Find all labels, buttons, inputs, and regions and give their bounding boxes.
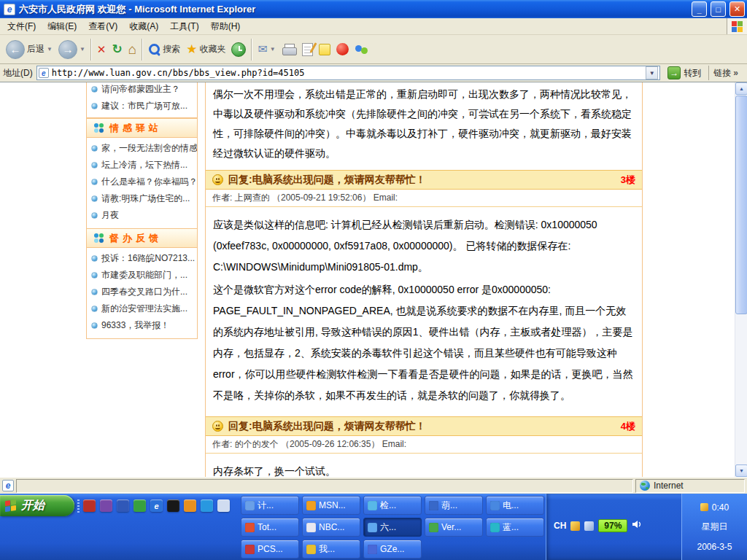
toolbar-separator	[142, 39, 143, 61]
menu-tools[interactable]: 工具(T)	[164, 19, 204, 34]
go-button[interactable]: → 转到	[664, 66, 705, 80]
quick-launch-icon[interactable]	[201, 499, 213, 512]
sidebar-topic-link[interactable]: 四季春交叉路口为什...	[87, 284, 197, 300]
sidebar-topic-link[interactable]: 投诉：16路皖NO7213...	[87, 250, 197, 267]
taskbar-window-button[interactable]: 葫...	[425, 496, 483, 515]
refresh-button[interactable]: ↻	[109, 42, 125, 57]
topic-link-label: 建议：市民广场可放...	[101, 100, 187, 112]
ime-indicator[interactable]: CH	[554, 521, 566, 531]
qq-button[interactable]	[333, 42, 352, 57]
quick-launch-icon[interactable]	[184, 499, 196, 512]
search-button[interactable]: 搜索	[145, 42, 183, 57]
sidebar-topic-link[interactable]: 新的治安管理法实施...	[87, 300, 197, 317]
sidebar-topic-link[interactable]: 月夜	[87, 207, 197, 224]
topic-link-label: 家，一段无法割舍的情感	[101, 142, 197, 155]
print-button[interactable]	[279, 42, 299, 57]
quick-launch-icon[interactable]	[100, 499, 112, 512]
taskbar-window-button[interactable]: GZe...	[363, 540, 422, 559]
back-icon: ←	[6, 40, 25, 59]
back-button[interactable]: ← 后退 ▼	[3, 39, 55, 61]
notes-button[interactable]	[316, 42, 333, 57]
vertical-scrollbar[interactable]: ▲ ▼	[735, 82, 747, 477]
taskbar-window-button[interactable]: 检...	[363, 496, 422, 515]
messenger-button[interactable]	[352, 42, 371, 57]
taskbar-window-button[interactable]: Ver...	[425, 518, 483, 537]
ie-window: e 六安市人民政府网 欢迎您 - Microsoft Internet Expl…	[0, 0, 747, 560]
taskbar-window-button[interactable]: PCS...	[241, 540, 299, 559]
power-icon[interactable]	[700, 503, 708, 511]
bullet-icon	[91, 255, 98, 262]
app-icon	[245, 501, 255, 510]
favorites-button[interactable]: ★ 收藏夹	[183, 42, 228, 57]
sidebar-topic-link[interactable]: 96333，我举报！	[87, 317, 197, 334]
quick-launch-icon[interactable]	[133, 499, 146, 512]
mail-icon: ✉	[258, 44, 267, 55]
close-button[interactable]: ✕	[729, 1, 745, 17]
ie-quick-launch-icon[interactable]: e	[150, 499, 163, 512]
menu-favorites[interactable]: 收藏(A)	[123, 19, 164, 34]
forward-dropdown-icon[interactable]: ▼	[80, 46, 85, 52]
mail-button[interactable]: ✉ ▼	[255, 42, 278, 57]
section-title: 情感驿站	[109, 122, 162, 135]
edit-button[interactable]	[299, 42, 316, 58]
reply-body: 内存条坏了，换一个试试。	[206, 454, 642, 477]
start-button[interactable]: 开始	[0, 495, 74, 516]
app-icon	[368, 501, 377, 510]
show-desktop-icon[interactable]	[217, 499, 230, 512]
history-button[interactable]	[228, 41, 249, 58]
favorites-star-icon: ★	[186, 43, 197, 55]
scroll-up-icon[interactable]: ▲	[735, 82, 747, 95]
tray-app-icon[interactable]	[584, 521, 594, 531]
reply-title: 回复:电脑系统出现问题，烦请网友帮帮忙！	[228, 420, 426, 433]
forward-button[interactable]: → ▼	[55, 39, 88, 61]
quick-launch-icon[interactable]	[83, 499, 96, 512]
sidebar-topic-link[interactable]: 坛上冷清，坛下热情...	[87, 157, 197, 174]
menu-help[interactable]: 帮助(H)	[205, 19, 247, 34]
sidebar-section-emotion-list: 家，一段无法割舍的情感 坛上冷清，坛下热情... 什么是幸福？你幸福吗？ 请教:…	[87, 138, 197, 228]
home-button[interactable]: ⌂	[125, 41, 139, 58]
qq-quick-launch-icon[interactable]	[167, 499, 179, 512]
scroll-down-icon[interactable]: ▼	[735, 464, 747, 477]
menu-view[interactable]: 查看(V)	[82, 19, 123, 34]
sidebar-topic-link[interactable]: 请问帝都蒙园业主？	[87, 82, 197, 98]
stop-button[interactable]: ✕	[94, 42, 109, 56]
sidebar-topic-link[interactable]: 请教:明珠广场住宅的...	[87, 190, 197, 207]
taskbar-window-button[interactable]: 蓝...	[486, 518, 544, 537]
taskbar-window-button[interactable]: 计...	[241, 496, 299, 515]
taskbar-window-button[interactable]: Tot...	[241, 518, 299, 537]
back-dropdown-icon[interactable]: ▼	[47, 46, 53, 52]
sidebar-section-emotion-header: 情感驿站	[87, 118, 197, 138]
task-label: 蓝...	[503, 521, 519, 534]
reply-header: 回复:电脑系统出现问题，烦请网友帮帮忙！ 3楼	[206, 170, 642, 190]
taskbar-window-button[interactable]: 我...	[302, 540, 360, 559]
address-input[interactable]	[52, 67, 643, 79]
standard-toolbar: ← 后退 ▼ → ▼ ✕ ↻ ⌂ 搜索 ★ 收藏夹 ✉ ▼	[0, 35, 747, 64]
menu-edit[interactable]: 编辑(E)	[42, 19, 82, 34]
scrollbar-thumb[interactable]	[735, 96, 747, 314]
links-button[interactable]: 链接 »	[708, 66, 744, 80]
sidebar-topic-link[interactable]: 市建委及职能部门，...	[87, 267, 197, 284]
taskbar-window-button[interactable]: NBC...	[302, 518, 360, 537]
reply-author-line: 作者: 上网查的 （2005-09-21 19:52:06） Email:	[206, 190, 642, 207]
quick-launch-icon[interactable]	[117, 499, 129, 512]
app-icon	[245, 545, 255, 554]
sidebar-topic-link[interactable]: 建议：市民广场可放...	[87, 98, 197, 114]
edit-icon	[302, 43, 313, 56]
sidebar-topic-link[interactable]: 家，一段无法割舍的情感	[87, 140, 197, 157]
address-dropdown-icon[interactable]: ▼	[646, 66, 658, 79]
menu-file[interactable]: 文件(F)	[1, 19, 42, 34]
minimize-button[interactable]: _	[692, 1, 707, 17]
maximize-button[interactable]: □	[711, 1, 726, 17]
quick-launch-handle[interactable]	[77, 499, 80, 513]
mail-dropdown-icon[interactable]: ▼	[270, 46, 276, 52]
battery-indicator[interactable]: 97%	[598, 519, 627, 532]
section-title: 督办反馈	[109, 232, 162, 245]
refresh-icon: ↻	[112, 43, 122, 55]
volume-icon[interactable]	[632, 519, 643, 532]
taskbar-window-button[interactable]: 电...	[486, 496, 544, 515]
sidebar-topic-list-top: 请问帝都蒙园业主？ 建议：市民广场可放...	[87, 82, 197, 118]
taskbar-window-button[interactable]: MSN...	[302, 496, 360, 515]
tray-app-icon[interactable]	[570, 521, 580, 531]
taskbar-window-button-active[interactable]: 六...	[363, 518, 422, 537]
sidebar-topic-link[interactable]: 什么是幸福？你幸福吗？	[87, 174, 197, 190]
